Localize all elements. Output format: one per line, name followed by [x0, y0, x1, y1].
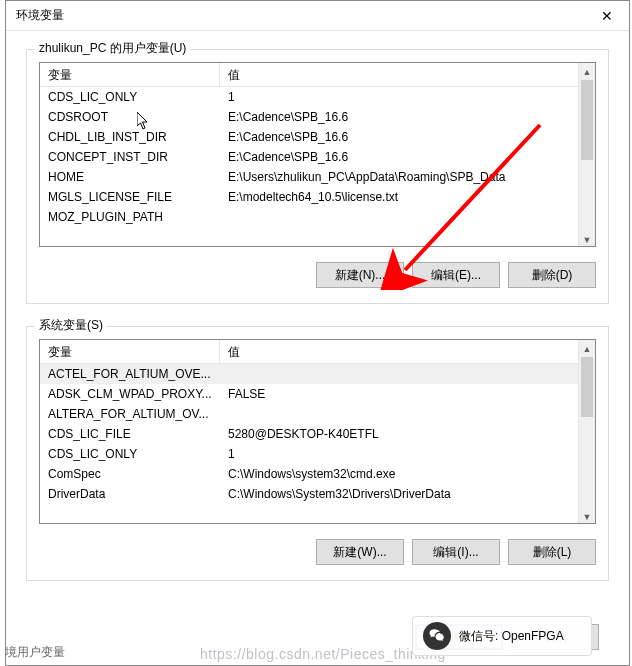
col-header-value[interactable]: 值 — [220, 63, 578, 86]
scroll-down-icon[interactable]: ▼ — [579, 231, 595, 247]
cell-var: MOZ_PLUGIN_PATH — [40, 208, 220, 226]
cell-val: C:\Windows\System32\Drivers\DriverData — [220, 485, 578, 503]
col-header-value[interactable]: 值 — [220, 340, 578, 363]
table-row[interactable]: HOMEE:\Users\zhulikun_PC\AppData\Roaming… — [40, 167, 578, 187]
table-row[interactable]: CDS_LIC_FILE5280@DESKTOP-K40ETFL — [40, 424, 578, 444]
user-vars-buttons: 新建(N)... 编辑(E)... 删除(D) — [39, 262, 596, 288]
cell-var: CDSROOT — [40, 108, 220, 126]
dialog-content: zhulikun_PC 的用户变量(U) 变量 值 CDS_LIC_ONLY1 … — [6, 31, 629, 618]
background-partial-text: 境用户变量 — [5, 644, 65, 661]
table-row[interactable]: MGLS_LICENSE_FILEE:\modeltech64_10.5\lic… — [40, 187, 578, 207]
table-row[interactable]: ACTEL_FOR_ALTIUM_OVE... — [40, 364, 578, 384]
wechat-avatar-icon — [423, 622, 451, 650]
user-delete-button[interactable]: 删除(D) — [508, 262, 596, 288]
cell-var: ComSpec — [40, 465, 220, 483]
user-new-button[interactable]: 新建(N)... — [316, 262, 404, 288]
table-row[interactable]: CDSROOTE:\Cadence\SPB_16.6 — [40, 107, 578, 127]
cell-var: HOME — [40, 168, 220, 186]
close-button[interactable]: ✕ — [584, 1, 629, 31]
table-row[interactable]: MOZ_PLUGIN_PATH — [40, 207, 578, 227]
scroll-thumb[interactable] — [581, 80, 593, 160]
wechat-overlay: 微信号: OpenFPGA — [412, 616, 592, 656]
table-row[interactable]: ALTERA_FOR_ALTIUM_OV... — [40, 404, 578, 424]
cell-val: E:\Cadence\SPB_16.6 — [220, 148, 578, 166]
cell-val — [220, 412, 578, 416]
sys-vars-listview[interactable]: 变量 值 ACTEL_FOR_ALTIUM_OVE... ADSK_CLM_WP… — [39, 339, 596, 524]
user-edit-button[interactable]: 编辑(E)... — [412, 262, 500, 288]
table-row[interactable]: ComSpecC:\Windows\system32\cmd.exe — [40, 464, 578, 484]
user-vars-listview[interactable]: 变量 值 CDS_LIC_ONLY1 CDSROOTE:\Cadence\SPB… — [39, 62, 596, 247]
sys-vars-scrollbar[interactable]: ▲ ▼ — [578, 340, 595, 524]
col-header-variable[interactable]: 变量 — [40, 63, 220, 86]
close-icon: ✕ — [601, 8, 613, 24]
sys-delete-button[interactable]: 删除(L) — [508, 539, 596, 565]
cell-var: CDS_LIC_ONLY — [40, 88, 220, 106]
table-row[interactable]: CHDL_LIB_INST_DIRE:\Cadence\SPB_16.6 — [40, 127, 578, 147]
user-variables-group: zhulikun_PC 的用户变量(U) 变量 值 CDS_LIC_ONLY1 … — [26, 49, 609, 304]
wechat-text: 微信号: OpenFPGA — [459, 628, 564, 645]
system-variables-group: 系统变量(S) 变量 值 ACTEL_FOR_ALTIUM_OVE... ADS… — [26, 326, 609, 581]
table-row[interactable]: CONCEPT_INST_DIRE:\Cadence\SPB_16.6 — [40, 147, 578, 167]
window-title: 环境变量 — [16, 7, 64, 24]
cell-val: C:\Windows\system32\cmd.exe — [220, 465, 578, 483]
cell-val: FALSE — [220, 385, 578, 403]
cell-val: 5280@DESKTOP-K40ETFL — [220, 425, 578, 443]
cell-var: MGLS_LICENSE_FILE — [40, 188, 220, 206]
user-vars-label: zhulikun_PC 的用户变量(U) — [35, 40, 190, 57]
sys-vars-header: 变量 值 — [40, 340, 578, 364]
scroll-down-icon[interactable]: ▼ — [579, 508, 595, 524]
cell-var: CDS_LIC_ONLY — [40, 445, 220, 463]
wechat-label: 微信号 — [459, 629, 495, 643]
cell-var: CDS_LIC_FILE — [40, 425, 220, 443]
cell-val: E:\Cadence\SPB_16.6 — [220, 108, 578, 126]
scroll-track[interactable] — [579, 80, 595, 231]
scroll-up-icon[interactable]: ▲ — [579, 63, 595, 80]
user-vars-header: 变量 值 — [40, 63, 578, 87]
cell-var: ALTERA_FOR_ALTIUM_OV... — [40, 405, 220, 423]
sys-vars-label: 系统变量(S) — [35, 317, 107, 334]
scroll-up-icon[interactable]: ▲ — [579, 340, 595, 357]
sys-vars-buttons: 新建(W)... 编辑(I)... 删除(L) — [39, 539, 596, 565]
wechat-id: OpenFPGA — [502, 629, 564, 643]
col-header-variable[interactable]: 变量 — [40, 340, 220, 363]
cell-val: 1 — [220, 88, 578, 106]
env-vars-dialog: 环境变量 ✕ zhulikun_PC 的用户变量(U) 变量 值 CDS_LIC… — [5, 0, 630, 666]
table-row[interactable]: DriverDataC:\Windows\System32\Drivers\Dr… — [40, 484, 578, 504]
cell-val: E:\Cadence\SPB_16.6 — [220, 128, 578, 146]
titlebar: 环境变量 ✕ — [6, 1, 629, 31]
cell-var: CHDL_LIB_INST_DIR — [40, 128, 220, 146]
cell-var: CONCEPT_INST_DIR — [40, 148, 220, 166]
table-row[interactable]: CDS_LIC_ONLY1 — [40, 87, 578, 107]
scroll-track[interactable] — [579, 357, 595, 508]
cell-val — [220, 215, 578, 219]
cell-var: ADSK_CLM_WPAD_PROXY... — [40, 385, 220, 403]
user-vars-scrollbar[interactable]: ▲ ▼ — [578, 63, 595, 247]
cell-val: 1 — [220, 445, 578, 463]
table-row[interactable]: CDS_LIC_ONLY1 — [40, 444, 578, 464]
cell-var: ACTEL_FOR_ALTIUM_OVE... — [40, 365, 220, 383]
sys-new-button[interactable]: 新建(W)... — [316, 539, 404, 565]
cell-val: E:\Users\zhulikun_PC\AppData\Roaming\SPB… — [220, 168, 578, 186]
cell-val — [220, 372, 578, 376]
cell-val: E:\modeltech64_10.5\license.txt — [220, 188, 578, 206]
cell-var: DriverData — [40, 485, 220, 503]
sys-edit-button[interactable]: 编辑(I)... — [412, 539, 500, 565]
table-row[interactable]: ADSK_CLM_WPAD_PROXY...FALSE — [40, 384, 578, 404]
scroll-thumb[interactable] — [581, 357, 593, 417]
